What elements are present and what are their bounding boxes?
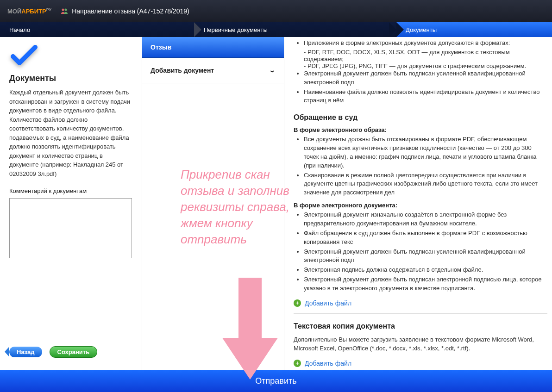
logo-arbitr: АРБИТР — [21, 8, 46, 15]
checkmark-icon — [9, 44, 132, 69]
left-buttons: Назад Сохранить — [9, 346, 132, 363]
users-icon — [61, 7, 68, 15]
format-list: Приложения в форме электронных документо… — [294, 39, 547, 105]
comment-label: Комментарий к документам — [9, 187, 132, 194]
plus-icon: + — [294, 299, 301, 307]
list-subitem: - PDF, JPEG (JPG), PNG, TIFF — для докум… — [304, 62, 547, 69]
list-item: Файл обращения в суд должен быть выполне… — [304, 229, 547, 247]
tab-add-label: Добавить документ — [151, 67, 214, 74]
breadcrumb-step-primary-docs[interactable]: Первичные документы — [194, 22, 396, 37]
main-content: Документы Каждый отдельный документ долж… — [0, 37, 552, 370]
submit-label: Отправить — [255, 376, 296, 386]
add-file-link-1[interactable]: + Добавить файл — [294, 299, 547, 307]
submit-button[interactable]: Отправить — [0, 370, 552, 392]
add-file-link-2[interactable]: + Добавить файл — [294, 360, 547, 367]
subsection-edoc: В форме электронного документа: — [294, 202, 547, 209]
left-help-text: Каждый отдельный документ должен быть от… — [9, 88, 132, 178]
svg-point-1 — [65, 9, 67, 11]
list-subitem: - PDF, RTF, DOC, DOCX, XLS, XLSX, ODT — … — [304, 49, 547, 62]
divider — [294, 313, 547, 314]
page-title: Направление отзыва (А47-15278/2019) — [61, 7, 189, 15]
breadcrumb-step-documents[interactable]: Документы — [396, 22, 552, 37]
edoc-form-list: Электронный документ изначально создаётс… — [294, 211, 547, 293]
breadcrumb: Начало Первичные документы Документы — [0, 22, 552, 37]
list-item: Электронный документ должен быть подписа… — [304, 248, 547, 265]
left-panel: Документы Каждый отдельный документ долж… — [0, 37, 142, 370]
list-item: Приложения в форме электронных документо… — [304, 39, 547, 48]
page-title-text: Направление отзыва (А47-15278/2019) — [72, 7, 189, 15]
list-item: Электронная подпись должна содержаться в… — [304, 266, 547, 274]
right-panel: Приложения в форме электронных документо… — [284, 37, 552, 370]
breadcrumb-step-start[interactable]: Начало — [0, 22, 194, 37]
section-court-title: Обращение в суд — [294, 113, 547, 122]
back-button[interactable]: Назад — [9, 347, 42, 357]
plus-icon: + — [294, 360, 301, 367]
logo[interactable]: МОЙАРБИТРРУ — [7, 7, 51, 15]
logo-moi: МОЙ — [7, 8, 21, 15]
list-item: Сканирование в режиме полной цветопереда… — [304, 171, 547, 198]
save-button[interactable]: Сохранить — [50, 346, 98, 358]
logo-ru: РУ — [46, 7, 51, 12]
svg-point-0 — [62, 9, 64, 11]
list-item: Электронный документ изначально создаётс… — [304, 211, 547, 228]
tab-add-document[interactable]: Добавить документ ⌄ — [142, 58, 284, 83]
comment-textarea[interactable] — [9, 198, 132, 258]
list-item: Все документы должны быть отсканированы … — [304, 135, 547, 170]
textcopy-text: Дополнительно Вы можете загрузить заявле… — [294, 335, 547, 353]
add-file-label: Добавить файл — [305, 299, 351, 307]
top-bar: МОЙАРБИТРРУ Направление отзыва (А47-1527… — [0, 0, 552, 22]
list-item: Электронный документ должен быть подписа… — [304, 69, 547, 87]
subsection-image: В форме электронного образа: — [294, 126, 547, 133]
section-textcopy-title: Текстовая копия документа — [294, 322, 547, 330]
image-form-list: Все документы должны быть отсканированы … — [294, 135, 547, 197]
tab-review[interactable]: Отзыв — [142, 37, 284, 58]
list-item: Наименование файла должно позволять иден… — [304, 88, 547, 106]
left-title: Документы — [9, 74, 132, 83]
chevron-down-icon: ⌄ — [269, 67, 276, 74]
mid-panel: Отзыв Добавить документ ⌄ — [142, 37, 284, 370]
add-file-label: Добавить файл — [305, 360, 351, 367]
list-item: Электронный документ должен быть подписа… — [304, 275, 547, 293]
